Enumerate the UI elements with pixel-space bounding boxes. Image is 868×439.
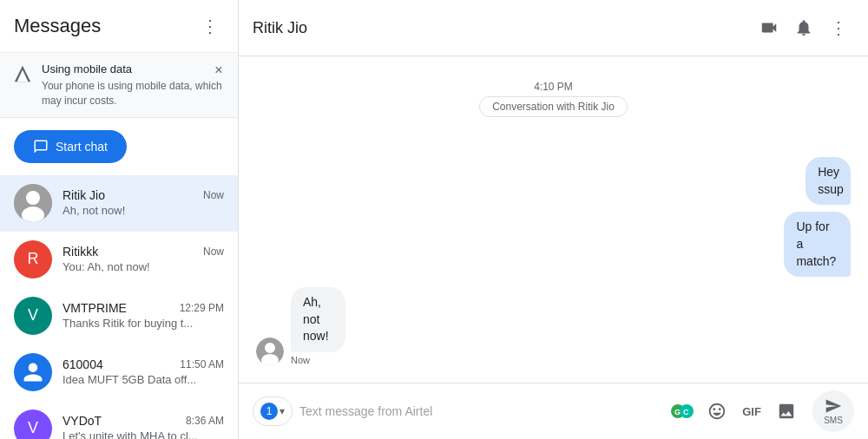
message-input-area: 1 ▾ G C GIF bbox=[239, 383, 868, 439]
gif-label: GIF bbox=[742, 405, 761, 418]
chat-header-actions: ⋮ bbox=[753, 12, 854, 43]
start-chat-label: Start chat bbox=[56, 140, 108, 154]
image-icon bbox=[777, 402, 796, 421]
image-button[interactable] bbox=[771, 396, 802, 427]
conv-name: Ritik Jio bbox=[62, 188, 105, 202]
svg-point-6 bbox=[265, 343, 275, 353]
conv-preview: You: Ah, not now! bbox=[62, 260, 224, 273]
emoji-button[interactable] bbox=[701, 396, 733, 427]
avatar-vydot: V bbox=[14, 410, 52, 439]
more-vert-icon: ⋮ bbox=[830, 17, 847, 38]
avatar-ritik-jio bbox=[14, 184, 52, 222]
svg-text:C: C bbox=[683, 408, 689, 416]
sidebar: Messages ⋮ Using mobile data Your phone … bbox=[0, 0, 239, 439]
sim-selector[interactable]: 1 ▾ bbox=[253, 396, 293, 426]
conversation-item-vmtprime[interactable]: V VMTPRIME 12:29 PM Thanks Ritik for buy… bbox=[0, 288, 238, 344]
conv-preview: Ah, not now! bbox=[62, 204, 224, 217]
avatar-ritikkk: R bbox=[14, 240, 52, 278]
conv-name: Ritikkk bbox=[62, 245, 98, 259]
avatar-610004 bbox=[14, 353, 52, 391]
avatar-vmtprime: V bbox=[14, 297, 52, 335]
emoji-icon bbox=[707, 402, 727, 421]
sent-messages-group: Hey ssup Up for a match? bbox=[256, 157, 851, 280]
conv-preview: Idea MUFT 5GB Data off... bbox=[62, 373, 224, 386]
chat-icon bbox=[33, 139, 49, 154]
duo-icon: G C bbox=[670, 403, 694, 419]
sidebar-header: Messages ⋮ bbox=[0, 0, 238, 53]
msg-timestamp: Now bbox=[291, 355, 383, 365]
conv-name: 610004 bbox=[62, 357, 103, 371]
more-options-button[interactable]: ⋮ bbox=[823, 12, 854, 43]
conv-time: Now bbox=[203, 189, 224, 201]
conversation-item-ritik-jio[interactable]: Ritik Jio Now Ah, not now! bbox=[0, 175, 238, 232]
conv-time: 11:50 AM bbox=[180, 358, 224, 370]
conv-preview: Let's unite with MHA to cl... bbox=[62, 429, 224, 439]
messages-area: 4:10 PM Conversation with Ritik Jio Hey … bbox=[239, 56, 868, 383]
sim-chevron-icon: ▾ bbox=[279, 405, 285, 417]
conv-preview: Thanks Ritik for buying t... bbox=[62, 317, 224, 330]
signal-icon bbox=[12, 63, 33, 84]
video-call-icon bbox=[760, 18, 779, 37]
message-input[interactable] bbox=[299, 399, 660, 423]
conv-time: 8:36 AM bbox=[186, 415, 224, 427]
main-chat: Ritik Jio ⋮ 4:10 PM Conversation with Ri… bbox=[239, 0, 868, 439]
notifications-button[interactable] bbox=[788, 12, 819, 43]
banner-body: Your phone is using mobile data, which m… bbox=[42, 79, 226, 108]
message-row-sent-1: Hey ssup bbox=[776, 157, 851, 205]
mobile-data-banner: Using mobile data Your phone is using mo… bbox=[0, 53, 238, 118]
google-duo-button[interactable]: G C bbox=[667, 396, 698, 427]
input-actions: G C GIF bbox=[667, 396, 802, 427]
chat-contact-name: Ritik Jio bbox=[253, 19, 307, 37]
conversations-list: Ritik Jio Now Ah, not now! R Ritikkk Now… bbox=[0, 175, 238, 439]
svg-point-3 bbox=[26, 191, 40, 205]
send-label: SMS bbox=[824, 416, 843, 425]
message-bubble: Up for a match? bbox=[784, 212, 851, 277]
send-button[interactable]: SMS bbox=[812, 390, 854, 432]
conv-name: VYDoT bbox=[62, 414, 102, 428]
banner-close-button[interactable]: × bbox=[208, 60, 229, 81]
conversation-item-ritikkk[interactable]: R Ritikkk Now You: Ah, not now! bbox=[0, 232, 238, 288]
sim-badge: 1 bbox=[260, 403, 278, 420]
message-bubble: Hey ssup bbox=[806, 157, 851, 205]
time-divider: 4:10 PM bbox=[256, 81, 851, 93]
msg-avatar bbox=[256, 337, 284, 365]
received-message-group: Ah, not now! Now bbox=[256, 287, 851, 365]
send-icon bbox=[825, 397, 842, 415]
more-vert-icon: ⋮ bbox=[201, 16, 219, 36]
svg-text:G: G bbox=[674, 408, 681, 416]
video-call-button[interactable] bbox=[753, 12, 785, 43]
conversation-item-610004[interactable]: 610004 11:50 AM Idea MUFT 5GB Data off..… bbox=[0, 344, 238, 401]
conv-time: 12:29 PM bbox=[180, 302, 224, 314]
more-menu-button[interactable]: ⋮ bbox=[196, 12, 224, 40]
bell-icon bbox=[794, 18, 813, 37]
gif-button[interactable]: GIF bbox=[736, 396, 767, 427]
start-chat-button[interactable]: Start chat bbox=[14, 130, 127, 163]
message-bubble-received: Ah, not now! bbox=[291, 287, 345, 352]
sidebar-title: Messages bbox=[14, 15, 101, 37]
conv-name: VMTPRIME bbox=[62, 301, 127, 315]
message-row-sent-2: Up for a match? bbox=[740, 212, 851, 277]
conversation-label: Conversation with Ritik Jio bbox=[479, 96, 628, 117]
banner-title: Using mobile data bbox=[42, 62, 226, 77]
conv-time: Now bbox=[203, 246, 224, 258]
chat-header: Ritik Jio ⋮ bbox=[239, 0, 868, 56]
conversation-item-vydot[interactable]: V VYDoT 8:36 AM Let's unite with MHA to … bbox=[0, 401, 238, 439]
